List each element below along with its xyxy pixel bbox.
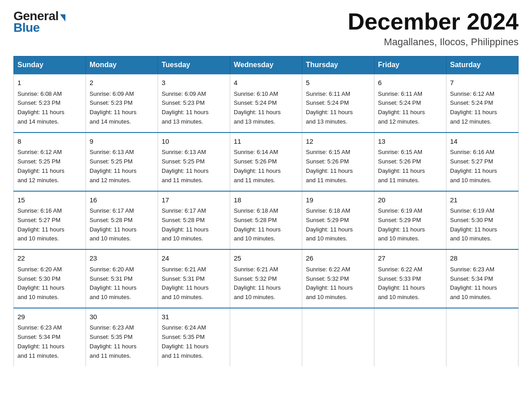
day-info: Sunrise: 6:19 AMSunset: 5:29 PMDaylight:… xyxy=(378,206,442,244)
week-row-3: 15Sunrise: 6:16 AMSunset: 5:27 PMDayligh… xyxy=(14,191,519,250)
day-cell: 3Sunrise: 6:09 AMSunset: 5:23 PMDaylight… xyxy=(158,74,230,133)
day-info: Sunrise: 6:13 AMSunset: 5:25 PMDaylight:… xyxy=(90,148,154,185)
day-cell: 25Sunrise: 6:21 AMSunset: 5:32 PMDayligh… xyxy=(230,249,302,308)
day-info: Sunrise: 6:11 AMSunset: 5:24 PMDaylight:… xyxy=(306,90,370,127)
day-info: Sunrise: 6:12 AMSunset: 5:25 PMDaylight:… xyxy=(17,148,82,185)
day-number: 13 xyxy=(378,137,442,147)
day-number: 16 xyxy=(90,195,154,206)
calendar-title: December 2024 xyxy=(348,9,519,34)
day-info: Sunrise: 6:21 AMSunset: 5:32 PMDaylight:… xyxy=(234,265,298,302)
day-number: 22 xyxy=(17,253,82,264)
day-info: Sunrise: 6:21 AMSunset: 5:31 PMDaylight:… xyxy=(162,265,226,302)
day-number: 25 xyxy=(234,253,298,264)
day-cell: 7Sunrise: 6:12 AMSunset: 5:24 PMDaylight… xyxy=(446,74,519,133)
day-info: Sunrise: 6:08 AMSunset: 5:23 PMDaylight:… xyxy=(17,90,82,127)
day-info: Sunrise: 6:16 AMSunset: 5:27 PMDaylight:… xyxy=(450,148,515,185)
day-number: 5 xyxy=(306,78,370,88)
day-info: Sunrise: 6:20 AMSunset: 5:30 PMDaylight:… xyxy=(17,265,82,302)
day-cell: 27Sunrise: 6:22 AMSunset: 5:33 PMDayligh… xyxy=(374,249,446,308)
day-number: 23 xyxy=(90,253,154,264)
day-cell xyxy=(230,308,302,366)
calendar-table: SundayMondayTuesdayWednesdayThursdayFrid… xyxy=(13,56,519,366)
day-info: Sunrise: 6:13 AMSunset: 5:25 PMDaylight:… xyxy=(162,148,226,185)
week-row-2: 8Sunrise: 6:12 AMSunset: 5:25 PMDaylight… xyxy=(14,133,519,191)
header-wednesday: Wednesday xyxy=(230,56,302,74)
day-number: 1 xyxy=(17,78,82,88)
day-cell: 14Sunrise: 6:16 AMSunset: 5:27 PMDayligh… xyxy=(446,133,519,191)
header-saturday: Saturday xyxy=(446,56,519,74)
header-sunday: Sunday xyxy=(14,56,86,74)
day-info: Sunrise: 6:19 AMSunset: 5:30 PMDaylight:… xyxy=(450,206,515,244)
day-cell xyxy=(374,308,446,366)
header-friday: Friday xyxy=(374,56,446,74)
logo: General Blue xyxy=(13,9,65,35)
day-cell: 9Sunrise: 6:13 AMSunset: 5:25 PMDaylight… xyxy=(86,133,158,191)
day-cell: 13Sunrise: 6:15 AMSunset: 5:26 PMDayligh… xyxy=(374,133,446,191)
logo-arrow-icon xyxy=(60,14,65,21)
day-number: 21 xyxy=(450,195,515,206)
header-row: SundayMondayTuesdayWednesdayThursdayFrid… xyxy=(14,56,519,74)
day-number: 19 xyxy=(306,195,370,206)
header-thursday: Thursday xyxy=(302,56,374,74)
day-number: 14 xyxy=(450,137,515,147)
page-header: General Blue December 2024 Magallanes, I… xyxy=(13,9,519,48)
day-cell xyxy=(446,308,519,366)
day-cell: 31Sunrise: 6:24 AMSunset: 5:35 PMDayligh… xyxy=(158,308,230,366)
day-cell: 8Sunrise: 6:12 AMSunset: 5:25 PMDaylight… xyxy=(14,133,86,191)
day-cell: 2Sunrise: 6:09 AMSunset: 5:23 PMDaylight… xyxy=(86,74,158,133)
header-monday: Monday xyxy=(86,56,158,74)
logo-blue-text: Blue xyxy=(13,21,40,35)
day-cell: 15Sunrise: 6:16 AMSunset: 5:27 PMDayligh… xyxy=(14,191,86,250)
calendar-subtitle: Magallanes, Ilocos, Philippines xyxy=(348,36,519,48)
calendar-header: SundayMondayTuesdayWednesdayThursdayFrid… xyxy=(14,56,519,74)
day-number: 31 xyxy=(162,312,226,322)
day-info: Sunrise: 6:23 AMSunset: 5:34 PMDaylight:… xyxy=(450,265,515,302)
day-number: 15 xyxy=(17,195,82,206)
day-number: 10 xyxy=(162,137,226,147)
day-info: Sunrise: 6:23 AMSunset: 5:34 PMDaylight:… xyxy=(17,323,82,360)
day-info: Sunrise: 6:23 AMSunset: 5:35 PMDaylight:… xyxy=(90,323,154,360)
day-cell: 11Sunrise: 6:14 AMSunset: 5:26 PMDayligh… xyxy=(230,133,302,191)
day-info: Sunrise: 6:15 AMSunset: 5:26 PMDaylight:… xyxy=(378,148,442,185)
day-info: Sunrise: 6:16 AMSunset: 5:27 PMDaylight:… xyxy=(17,206,82,244)
day-number: 27 xyxy=(378,253,442,264)
day-info: Sunrise: 6:22 AMSunset: 5:32 PMDaylight:… xyxy=(306,265,370,302)
day-info: Sunrise: 6:14 AMSunset: 5:26 PMDaylight:… xyxy=(234,148,298,185)
day-number: 7 xyxy=(450,78,515,88)
day-info: Sunrise: 6:09 AMSunset: 5:23 PMDaylight:… xyxy=(90,90,154,127)
day-cell: 20Sunrise: 6:19 AMSunset: 5:29 PMDayligh… xyxy=(374,191,446,250)
day-cell: 1Sunrise: 6:08 AMSunset: 5:23 PMDaylight… xyxy=(14,74,86,133)
day-cell: 22Sunrise: 6:20 AMSunset: 5:30 PMDayligh… xyxy=(14,249,86,308)
day-number: 20 xyxy=(378,195,442,206)
day-cell: 4Sunrise: 6:10 AMSunset: 5:24 PMDaylight… xyxy=(230,74,302,133)
day-info: Sunrise: 6:15 AMSunset: 5:26 PMDaylight:… xyxy=(306,148,370,185)
week-row-5: 29Sunrise: 6:23 AMSunset: 5:34 PMDayligh… xyxy=(14,308,519,366)
day-info: Sunrise: 6:24 AMSunset: 5:35 PMDaylight:… xyxy=(162,323,226,360)
day-cell: 19Sunrise: 6:18 AMSunset: 5:29 PMDayligh… xyxy=(302,191,374,250)
day-cell: 30Sunrise: 6:23 AMSunset: 5:35 PMDayligh… xyxy=(86,308,158,366)
day-cell: 23Sunrise: 6:20 AMSunset: 5:31 PMDayligh… xyxy=(86,249,158,308)
day-number: 26 xyxy=(306,253,370,264)
day-cell: 16Sunrise: 6:17 AMSunset: 5:28 PMDayligh… xyxy=(86,191,158,250)
day-info: Sunrise: 6:09 AMSunset: 5:23 PMDaylight:… xyxy=(162,90,226,127)
day-cell: 17Sunrise: 6:17 AMSunset: 5:28 PMDayligh… xyxy=(158,191,230,250)
day-number: 18 xyxy=(234,195,298,206)
day-info: Sunrise: 6:18 AMSunset: 5:28 PMDaylight:… xyxy=(234,206,298,244)
day-cell: 21Sunrise: 6:19 AMSunset: 5:30 PMDayligh… xyxy=(446,191,519,250)
day-cell: 12Sunrise: 6:15 AMSunset: 5:26 PMDayligh… xyxy=(302,133,374,191)
day-info: Sunrise: 6:22 AMSunset: 5:33 PMDaylight:… xyxy=(378,265,442,302)
week-row-1: 1Sunrise: 6:08 AMSunset: 5:23 PMDaylight… xyxy=(14,74,519,133)
day-cell: 18Sunrise: 6:18 AMSunset: 5:28 PMDayligh… xyxy=(230,191,302,250)
day-info: Sunrise: 6:10 AMSunset: 5:24 PMDaylight:… xyxy=(234,90,298,127)
day-info: Sunrise: 6:18 AMSunset: 5:29 PMDaylight:… xyxy=(306,206,370,244)
day-number: 28 xyxy=(450,253,515,264)
title-section: December 2024 Magallanes, Ilocos, Philip… xyxy=(348,9,519,48)
day-number: 4 xyxy=(234,78,298,88)
day-cell: 28Sunrise: 6:23 AMSunset: 5:34 PMDayligh… xyxy=(446,249,519,308)
day-cell: 29Sunrise: 6:23 AMSunset: 5:34 PMDayligh… xyxy=(14,308,86,366)
day-info: Sunrise: 6:17 AMSunset: 5:28 PMDaylight:… xyxy=(162,206,226,244)
day-number: 29 xyxy=(17,312,82,322)
calendar-body: 1Sunrise: 6:08 AMSunset: 5:23 PMDaylight… xyxy=(14,74,519,366)
day-cell: 6Sunrise: 6:11 AMSunset: 5:24 PMDaylight… xyxy=(374,74,446,133)
day-number: 30 xyxy=(90,312,154,322)
